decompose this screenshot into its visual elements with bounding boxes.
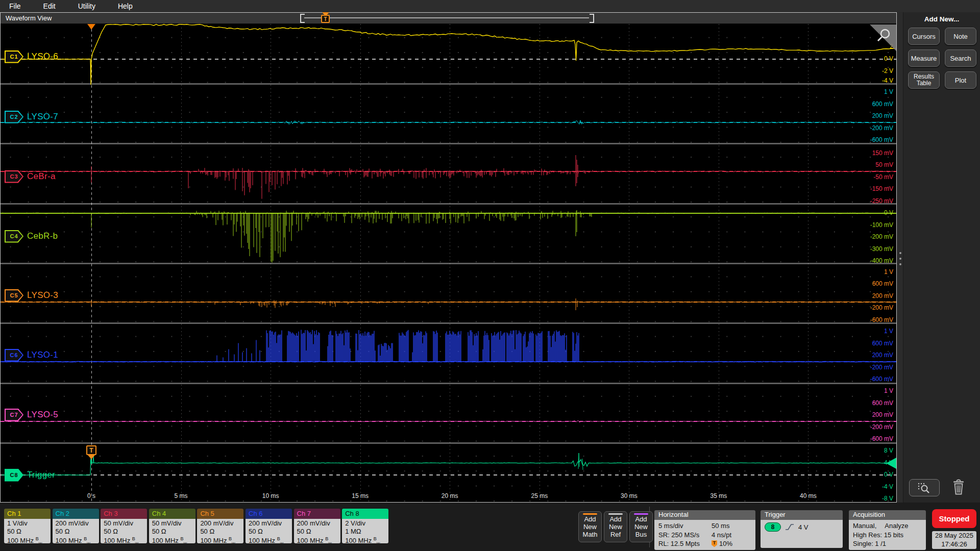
channel-badge-title: Ch 3	[101, 509, 147, 519]
waveform-view-titlebar[interactable]: Waveform View T	[1, 13, 896, 24]
button-label-line: Add	[630, 515, 652, 523]
scale-label: -2 V	[882, 67, 893, 74]
channel-bandwidth: 100 MHz BW	[7, 535, 47, 543]
rising-edge-icon	[785, 523, 794, 531]
channel-label-c6[interactable]: LYSO-1	[27, 350, 58, 360]
scale-label: -200 mV	[870, 423, 893, 431]
trash-icon	[951, 479, 966, 495]
trigger-position-icon: T	[712, 540, 717, 547]
time-label: 20 ms	[442, 492, 458, 499]
channel-impedance: 50 Ω	[7, 528, 47, 536]
menu-file[interactable]: File	[9, 2, 21, 10]
channel-impedance: 50 Ω	[249, 528, 289, 536]
acquisition-panel[interactable]: Acquisition Manual, Analyze High Res: 15…	[849, 510, 926, 550]
channel-badge-title: Ch 5	[197, 509, 243, 519]
results-table-button[interactable]: Results Table	[908, 71, 940, 89]
search-button[interactable]: Search	[945, 49, 976, 67]
button-label-line: New	[579, 523, 601, 531]
channel-badge-c4[interactable]: Ch 450 mV/div50 Ω100 MHz BW	[149, 509, 195, 543]
channel-label-c4[interactable]: CebR-b	[27, 231, 58, 241]
note-button[interactable]: Note	[945, 28, 976, 45]
channel-label-c8[interactable]: Trigger	[27, 470, 55, 480]
scale-label: -600 mV	[870, 136, 893, 143]
trigger-panel[interactable]: Trigger 8 4 V	[761, 510, 843, 548]
channel-badge-settings: 1 V/div50 Ω100 MHz BW	[4, 519, 51, 543]
waveform-plot-area[interactable]: C1LYSO-620 V-2 V-4 VC2LYSO-71 V600 mV200…	[1, 24, 896, 502]
channel-badge-title: Ch 8	[342, 509, 388, 519]
scale-label: -200 mV	[870, 364, 893, 371]
horizontal-panel[interactable]: Horizontal 5 ms/div 50 ms SR: 250 MS/s 4…	[654, 510, 755, 550]
channel-badge-c8[interactable]: Ch 82 V/div1 MΩ100 MHz BW	[342, 509, 388, 543]
zoom-select-icon	[916, 482, 933, 494]
overview-trigger-flag: T	[321, 15, 330, 23]
channel-tag-c1[interactable]: C1	[5, 51, 23, 63]
channel-badge-c3[interactable]: Ch 350 mV/div50 Ω100 MHz BW	[101, 509, 147, 543]
trigger-level-arrow[interactable]	[886, 458, 896, 469]
acquisition-resolution: High Res: 15 bits	[853, 531, 922, 540]
scale-label: -600 mV	[870, 435, 893, 442]
scale-label: 1 V	[884, 268, 893, 276]
measure-button[interactable]: Measure	[908, 49, 940, 67]
channel-badge-c7[interactable]: Ch 7200 mV/div50 Ω100 MHz BW	[294, 509, 340, 543]
button-label-line: Add	[579, 515, 601, 523]
channel-badge-settings: 200 mV/div50 Ω100 MHz BW	[197, 519, 243, 543]
channel-tag-c2[interactable]: C2	[5, 111, 23, 123]
channel-tag-c4[interactable]: C4	[5, 230, 23, 243]
panel-resize-handle[interactable]	[897, 12, 903, 503]
channel-bandwidth: 100 MHz BW	[249, 535, 289, 543]
channel-tag-c7[interactable]: C7	[5, 409, 23, 421]
run-stop-status[interactable]: Stopped	[932, 509, 976, 528]
scale-label: 200 mV	[872, 411, 893, 418]
trash-button[interactable]	[951, 479, 966, 495]
acquisition-panel-title: Acquisition	[849, 510, 926, 520]
scale-label: 1 V	[884, 88, 893, 95]
channel-label-c7[interactable]: LYSO-5	[27, 410, 58, 420]
waveform-traces	[1, 24, 896, 502]
overview-bracket-right[interactable]	[590, 14, 594, 23]
cursors-button[interactable]: Cursors	[908, 28, 940, 45]
add-new-button-group: CursorsNoteMeasureSearchResults TablePlo…	[908, 28, 976, 89]
channel-bandwidth: 100 MHz BW	[152, 535, 192, 543]
plot-button[interactable]: Plot	[945, 71, 976, 89]
plot-tools	[906, 479, 972, 496]
handle-dot	[899, 258, 901, 260]
channel-label-c5[interactable]: LYSO-3	[27, 290, 58, 300]
channel-badge-c2[interactable]: Ch 2200 mV/div50 Ω100 MHz BW	[53, 509, 99, 543]
channel-tag-c6[interactable]: C6	[5, 349, 23, 362]
add-new-bus-button[interactable]: AddNewBus	[629, 511, 653, 542]
scale-label: 1 V	[884, 328, 893, 335]
channel-badge-c1[interactable]: Ch 11 V/div50 Ω100 MHz BW	[4, 509, 51, 543]
menu-utility[interactable]: Utility	[78, 2, 95, 10]
corner-zoom-icon[interactable]	[869, 24, 896, 53]
button-label-line: New	[630, 523, 652, 531]
channel-badge-title: Ch 4	[149, 509, 195, 519]
channel-badge-c5[interactable]: Ch 5200 mV/div50 Ω100 MHz BW	[197, 509, 243, 543]
window-title: Waveform View	[6, 14, 52, 22]
channel-tag-c3[interactable]: C3	[5, 170, 23, 183]
menu-help[interactable]: Help	[118, 2, 133, 10]
channel-label-c2[interactable]: LYSO-7	[27, 112, 58, 122]
channel-label-c3[interactable]: CeBr-a	[27, 171, 56, 182]
add-new-ref-button[interactable]: AddNewRef	[604, 511, 627, 542]
button-label-line: New	[604, 523, 627, 531]
channel-tag-c8[interactable]: C8	[5, 469, 23, 482]
zoom-select-button[interactable]	[909, 479, 940, 496]
channel-bandwidth: 100 MHz BW	[345, 535, 385, 543]
channel-badge-settings: 200 mV/div50 Ω100 MHz BW	[294, 519, 340, 543]
overview-bracket-left[interactable]	[300, 14, 305, 23]
button-label-line: Math	[579, 531, 601, 538]
overview-record-line	[304, 17, 589, 18]
trigger-flag[interactable]: T	[86, 445, 96, 455]
channel-badge-c6[interactable]: Ch 6200 mV/div50 Ω100 MHz BW	[246, 509, 292, 543]
menu-edit[interactable]: Edit	[43, 2, 56, 10]
scale-label: -4 V	[882, 483, 893, 490]
scale-label: 150 mV	[872, 149, 893, 157]
add-new-math-button[interactable]: AddNewMath	[578, 511, 602, 542]
channel-impedance: 50 Ω	[56, 528, 96, 536]
channel-bandwidth: 100 MHz BW	[104, 535, 144, 543]
horizontal-scale: 5 ms/div	[658, 521, 712, 531]
channel-label-c1[interactable]: LYSO-6	[27, 52, 58, 62]
time-label: 5 ms	[175, 492, 188, 499]
channel-tag-c5[interactable]: C5	[5, 289, 23, 302]
trigger-top-triangle[interactable]	[87, 24, 95, 30]
